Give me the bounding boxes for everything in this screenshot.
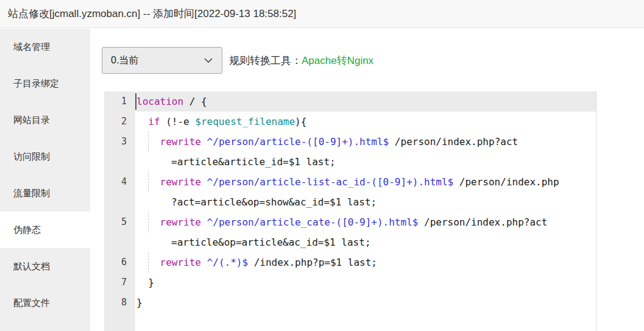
- code-text[interactable]: }: [135, 293, 596, 313]
- apache-to-nginx-link[interactable]: Apache转Nginx: [302, 54, 373, 68]
- code-line-wrap[interactable]: =article&article_id=$1 last;: [104, 152, 596, 172]
- line-number: [104, 152, 135, 172]
- code-text[interactable]: rewrite ^/person/article_cate-([0-9]+).h…: [135, 212, 596, 232]
- code-line-wrap[interactable]: =article&op=article&ac_id=$1 last;: [104, 232, 596, 252]
- sidebar-item-label: 访问限制: [13, 151, 50, 163]
- sidebar-item-subdirectory-binding[interactable]: 子目录绑定: [0, 65, 90, 102]
- sidebar-item-default-document[interactable]: 默认文档: [0, 248, 90, 285]
- code-empty[interactable]: [135, 313, 596, 331]
- sidebar-item-label: 默认文档: [13, 261, 50, 272]
- code-line[interactable]: 6 rewrite ^/(.*)$ /index.php?p=$1 last;: [104, 252, 596, 272]
- code-text[interactable]: location / {: [135, 91, 596, 112]
- rule-version-select-value: 0.当前: [111, 54, 138, 67]
- code-text[interactable]: =article&article_id=$1 last;: [135, 152, 596, 172]
- sidebar-item-label: 伪静态: [13, 224, 41, 236]
- sidebar-item-label: 域名管理: [13, 41, 50, 53]
- sidebar-item-domain-management[interactable]: 域名管理: [0, 29, 90, 65]
- code-text[interactable]: }: [135, 272, 596, 293]
- rule-version-select[interactable]: 0.当前: [102, 47, 222, 74]
- line-number: [104, 192, 135, 212]
- line-number: 7: [104, 272, 135, 293]
- editor-empty-area[interactable]: [104, 313, 596, 331]
- sidebar-item-config-file[interactable]: 配置文件: [0, 285, 90, 321]
- code-line[interactable]: 5 rewrite ^/person/article_cate-([0-9]+)…: [104, 212, 596, 232]
- sidebar-item-site-directory[interactable]: 网站目录: [0, 102, 90, 138]
- sidebar-item-label: 网站目录: [13, 115, 50, 126]
- line-number: 8: [104, 293, 135, 313]
- line-number: 5: [104, 212, 135, 232]
- indent-guide: [148, 172, 149, 192]
- converter-tool-label: 规则转换工具：: [229, 54, 302, 68]
- code-line[interactable]: 4 rewrite ^/person/article-list-ac_id-([…: [104, 172, 596, 192]
- code-text[interactable]: rewrite ^/(.*)$ /index.php?p=$1 last;: [135, 252, 596, 272]
- indent-guide: [148, 132, 149, 152]
- indent-guide: [148, 212, 149, 232]
- code-line[interactable]: 8}: [104, 293, 596, 313]
- sidebar-item-label: 配置文件: [13, 297, 50, 309]
- line-number: 2: [104, 112, 135, 132]
- code-line[interactable]: 7 }: [104, 272, 596, 293]
- chevron-down-icon: [203, 55, 213, 65]
- code-line[interactable]: 1location / {: [104, 91, 596, 112]
- line-number: 1: [104, 91, 135, 112]
- sidebar-item-traffic-limit[interactable]: 流量限制: [0, 175, 90, 212]
- rewrite-rules-code-editor[interactable]: 1location / {2 if (!-e $request_filename…: [104, 91, 596, 331]
- code-text[interactable]: if (!-e $request_filename){: [135, 112, 596, 132]
- line-number: 6: [104, 252, 135, 272]
- sidebar-item-label: 流量限制: [13, 188, 50, 199]
- indent-guide: [148, 252, 149, 272]
- window-title: 站点修改[jcmall.yzmoban.cn] -- 添加时间[2022-09-…: [8, 7, 296, 21]
- code-line[interactable]: 3 rewrite ^/person/article-([0-9]+).html…: [104, 132, 596, 152]
- line-number: [104, 232, 135, 252]
- code-text[interactable]: rewrite ^/person/article-list-ac_id-([0-…: [135, 172, 596, 192]
- sidebar-item-label: 子目录绑定: [13, 78, 59, 90]
- sidebar-item-access-restriction[interactable]: 访问限制: [0, 138, 90, 175]
- code-text[interactable]: ?act=article&op=show&ac_id=$1 last;: [135, 192, 596, 212]
- line-number: 3: [104, 132, 135, 152]
- toolbar: 0.当前 规则转换工具： Apache转Nginx: [102, 47, 373, 74]
- window-titlebar: 站点修改[jcmall.yzmoban.cn] -- 添加时间[2022-09-…: [0, 0, 644, 28]
- code-text[interactable]: =article&op=article&ac_id=$1 last;: [135, 232, 596, 252]
- sidebar: 域名管理子目录绑定网站目录访问限制流量限制伪静态默认文档配置文件: [0, 29, 90, 331]
- site-edit-window: 站点修改[jcmall.yzmoban.cn] -- 添加时间[2022-09-…: [0, 0, 644, 331]
- code-line[interactable]: 2 if (!-e $request_filename){: [104, 112, 596, 132]
- sidebar-item-pseudo-static[interactable]: 伪静态: [0, 212, 90, 248]
- code-text[interactable]: rewrite ^/person/article-([0-9]+).html$ …: [135, 132, 596, 152]
- gutter-filler: [104, 313, 135, 331]
- line-number: 4: [104, 172, 135, 192]
- code-line-wrap[interactable]: ?act=article&op=show&ac_id=$1 last;: [104, 192, 596, 212]
- text-cursor: [135, 93, 136, 110]
